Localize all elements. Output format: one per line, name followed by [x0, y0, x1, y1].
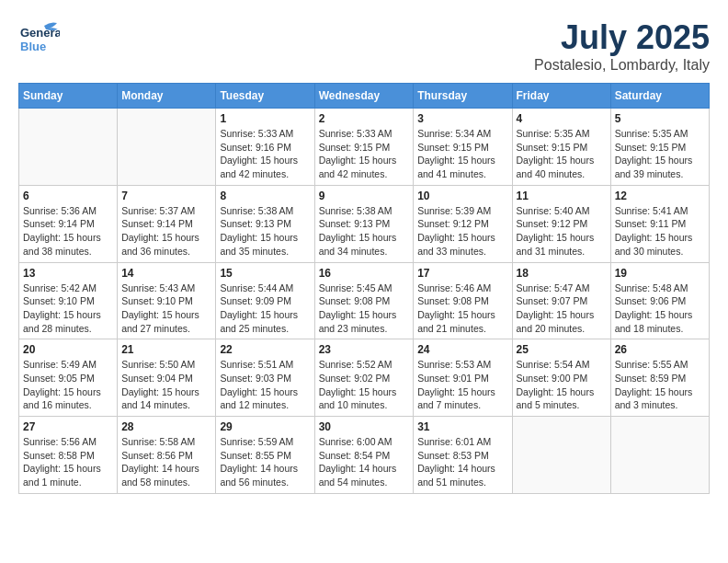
- calendar-cell: 31Sunrise: 6:01 AMSunset: 8:53 PMDayligh…: [414, 417, 512, 494]
- calendar-cell: 27Sunrise: 5:56 AMSunset: 8:58 PMDayligh…: [19, 417, 118, 494]
- calendar-cell: 21Sunrise: 5:50 AMSunset: 9:04 PMDayligh…: [118, 339, 216, 417]
- day-info: Sunrise: 5:38 AMSunset: 9:13 PMDaylight:…: [220, 204, 310, 259]
- day-info: Sunrise: 5:42 AMSunset: 9:10 PMDaylight:…: [23, 282, 113, 336]
- calendar-table: SundayMondayTuesdayWednesdayThursdayFrid…: [18, 83, 710, 494]
- calendar-cell: [118, 109, 216, 186]
- calendar-cell: 29Sunrise: 5:59 AMSunset: 8:55 PMDayligh…: [216, 417, 314, 494]
- day-number: 10: [417, 190, 507, 202]
- day-number: 9: [319, 190, 410, 202]
- location-subtitle: Postalesio, Lombardy, Italy: [534, 57, 710, 74]
- calendar-cell: 23Sunrise: 5:52 AMSunset: 9:02 PMDayligh…: [314, 339, 414, 417]
- calendar-cell: 8Sunrise: 5:38 AMSunset: 9:13 PMDaylight…: [216, 185, 314, 262]
- day-of-week-header: Sunday: [19, 84, 118, 109]
- day-number: 12: [615, 190, 705, 202]
- day-number: 2: [319, 112, 410, 125]
- day-number: 5: [615, 112, 705, 125]
- svg-text:Blue: Blue: [20, 40, 46, 53]
- day-number: 15: [220, 267, 310, 280]
- title-block: July 2025 Postalesio, Lombardy, Italy: [534, 18, 710, 74]
- logo: General Blue: [18, 18, 60, 63]
- day-of-week-header: Wednesday: [314, 84, 414, 109]
- day-info: Sunrise: 5:54 AMSunset: 9:00 PMDaylight:…: [517, 358, 607, 412]
- day-info: Sunrise: 5:39 AMSunset: 9:12 PMDaylight:…: [417, 204, 507, 259]
- day-of-week-header: Thursday: [414, 84, 512, 109]
- calendar-cell: 24Sunrise: 5:53 AMSunset: 9:01 PMDayligh…: [414, 339, 512, 417]
- calendar-week-row: 1Sunrise: 5:33 AMSunset: 9:16 PMDaylight…: [19, 109, 710, 186]
- day-info: Sunrise: 5:33 AMSunset: 9:16 PMDaylight:…: [220, 127, 310, 181]
- day-number: 1: [220, 112, 310, 125]
- day-number: 20: [23, 343, 113, 356]
- calendar-cell: 14Sunrise: 5:43 AMSunset: 9:10 PMDayligh…: [118, 262, 216, 339]
- day-number: 13: [23, 267, 113, 280]
- day-info: Sunrise: 5:48 AMSunset: 9:06 PMDaylight:…: [615, 282, 705, 336]
- day-number: 23: [319, 343, 410, 356]
- day-info: Sunrise: 5:58 AMSunset: 8:56 PMDaylight:…: [121, 435, 211, 489]
- day-of-week-header: Tuesday: [216, 84, 314, 109]
- day-number: 29: [220, 420, 310, 433]
- calendar-cell: 22Sunrise: 5:51 AMSunset: 9:03 PMDayligh…: [216, 339, 314, 417]
- calendar-week-row: 6Sunrise: 5:36 AMSunset: 9:14 PMDaylight…: [19, 185, 710, 262]
- day-info: Sunrise: 5:59 AMSunset: 8:55 PMDaylight:…: [220, 435, 310, 489]
- day-number: 24: [417, 343, 507, 356]
- calendar-cell: 6Sunrise: 5:36 AMSunset: 9:14 PMDaylight…: [19, 185, 118, 262]
- svg-text:General: General: [20, 26, 60, 40]
- calendar-cell: 10Sunrise: 5:39 AMSunset: 9:12 PMDayligh…: [414, 185, 512, 262]
- calendar-cell: 15Sunrise: 5:44 AMSunset: 9:09 PMDayligh…: [216, 262, 314, 339]
- calendar-week-row: 27Sunrise: 5:56 AMSunset: 8:58 PMDayligh…: [19, 417, 710, 494]
- calendar-header-row: SundayMondayTuesdayWednesdayThursdayFrid…: [19, 84, 710, 109]
- day-info: Sunrise: 5:36 AMSunset: 9:14 PMDaylight:…: [23, 204, 113, 259]
- day-of-week-header: Saturday: [610, 84, 709, 109]
- calendar-cell: 30Sunrise: 6:00 AMSunset: 8:54 PMDayligh…: [314, 417, 414, 494]
- logo-icon: General Blue: [18, 18, 60, 63]
- calendar-cell: 26Sunrise: 5:55 AMSunset: 8:59 PMDayligh…: [610, 339, 709, 417]
- calendar-week-row: 20Sunrise: 5:49 AMSunset: 9:05 PMDayligh…: [19, 339, 710, 417]
- day-number: 22: [220, 343, 310, 356]
- day-info: Sunrise: 5:49 AMSunset: 9:05 PMDaylight:…: [23, 358, 113, 412]
- day-number: 31: [417, 420, 507, 433]
- day-number: 8: [220, 190, 310, 202]
- day-info: Sunrise: 5:33 AMSunset: 9:15 PMDaylight:…: [319, 127, 410, 181]
- day-info: Sunrise: 6:01 AMSunset: 8:53 PMDaylight:…: [417, 435, 507, 489]
- day-number: 17: [417, 267, 507, 280]
- day-number: 7: [121, 190, 211, 202]
- day-info: Sunrise: 5:51 AMSunset: 9:03 PMDaylight:…: [220, 358, 310, 412]
- calendar-cell: 5Sunrise: 5:35 AMSunset: 9:15 PMDaylight…: [610, 109, 709, 186]
- day-info: Sunrise: 5:56 AMSunset: 8:58 PMDaylight:…: [23, 435, 113, 489]
- calendar-week-row: 13Sunrise: 5:42 AMSunset: 9:10 PMDayligh…: [19, 262, 710, 339]
- day-number: 21: [121, 343, 211, 356]
- calendar-cell: 12Sunrise: 5:41 AMSunset: 9:11 PMDayligh…: [610, 185, 709, 262]
- day-info: Sunrise: 5:45 AMSunset: 9:08 PMDaylight:…: [319, 282, 410, 336]
- calendar-cell: 25Sunrise: 5:54 AMSunset: 9:00 PMDayligh…: [512, 339, 610, 417]
- day-info: Sunrise: 5:53 AMSunset: 9:01 PMDaylight:…: [417, 358, 507, 412]
- day-number: 26: [615, 343, 705, 356]
- calendar-cell: 13Sunrise: 5:42 AMSunset: 9:10 PMDayligh…: [19, 262, 118, 339]
- day-of-week-header: Monday: [118, 84, 216, 109]
- day-number: 4: [517, 112, 607, 125]
- calendar-cell: 17Sunrise: 5:46 AMSunset: 9:08 PMDayligh…: [414, 262, 512, 339]
- day-info: Sunrise: 5:40 AMSunset: 9:12 PMDaylight:…: [517, 204, 607, 259]
- calendar-cell: 2Sunrise: 5:33 AMSunset: 9:15 PMDaylight…: [314, 109, 414, 186]
- day-number: 3: [417, 112, 507, 125]
- calendar-cell: 16Sunrise: 5:45 AMSunset: 9:08 PMDayligh…: [314, 262, 414, 339]
- day-number: 27: [23, 420, 113, 433]
- day-info: Sunrise: 5:34 AMSunset: 9:15 PMDaylight:…: [417, 127, 507, 181]
- day-info: Sunrise: 5:55 AMSunset: 8:59 PMDaylight:…: [615, 358, 705, 412]
- day-info: Sunrise: 5:37 AMSunset: 9:14 PMDaylight:…: [121, 204, 211, 259]
- day-info: Sunrise: 6:00 AMSunset: 8:54 PMDaylight:…: [319, 435, 410, 489]
- day-info: Sunrise: 5:44 AMSunset: 9:09 PMDaylight:…: [220, 282, 310, 336]
- day-of-week-header: Friday: [512, 84, 610, 109]
- calendar-cell: 7Sunrise: 5:37 AMSunset: 9:14 PMDaylight…: [118, 185, 216, 262]
- day-info: Sunrise: 5:47 AMSunset: 9:07 PMDaylight:…: [517, 282, 607, 336]
- calendar-cell: [610, 417, 709, 494]
- day-number: 30: [319, 420, 410, 433]
- day-info: Sunrise: 5:41 AMSunset: 9:11 PMDaylight:…: [615, 204, 705, 259]
- calendar-cell: [512, 417, 610, 494]
- day-number: 18: [517, 267, 607, 280]
- calendar-cell: 20Sunrise: 5:49 AMSunset: 9:05 PMDayligh…: [19, 339, 118, 417]
- calendar-cell: 9Sunrise: 5:38 AMSunset: 9:13 PMDaylight…: [314, 185, 414, 262]
- calendar-cell: 18Sunrise: 5:47 AMSunset: 9:07 PMDayligh…: [512, 262, 610, 339]
- month-title: July 2025: [534, 18, 710, 57]
- day-number: 6: [23, 190, 113, 202]
- day-info: Sunrise: 5:38 AMSunset: 9:13 PMDaylight:…: [319, 204, 410, 259]
- day-number: 11: [517, 190, 607, 202]
